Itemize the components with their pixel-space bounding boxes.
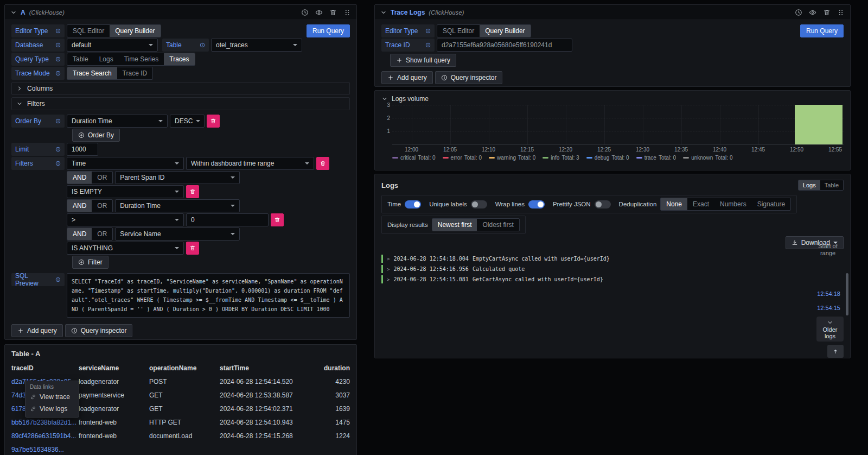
show-full-query-button[interactable]: Show full query (390, 54, 456, 67)
query-inspector-button[interactable]: Query inspector (65, 324, 133, 337)
column-header-traceid[interactable]: traceID (11, 364, 79, 372)
info-icon[interactable] (55, 56, 61, 62)
dedup-signature[interactable]: Signature (752, 198, 790, 210)
range-time-newest[interactable]: 12:54:18 (808, 290, 840, 297)
columns-section-toggle[interactable]: Columns (11, 82, 350, 95)
query-type-time-series[interactable]: Time Series (119, 53, 164, 65)
logs-view-logs[interactable]: Logs (799, 180, 820, 190)
filter-time-field-select[interactable]: Time (67, 157, 184, 170)
trace-mode-trace-search[interactable]: Trace Search (67, 67, 117, 79)
trace-mode-trace-id[interactable]: Trace ID (117, 67, 153, 79)
table-select[interactable]: otel_traces (211, 39, 302, 52)
condition-1-and[interactable]: AND (67, 172, 92, 184)
wrap-lines-toggle[interactable] (528, 200, 545, 208)
info-icon[interactable] (425, 42, 431, 48)
expand-log-chevron-icon[interactable]: > (387, 267, 390, 272)
info-icon[interactable] (425, 28, 431, 34)
legend-item-warning[interactable]: warning Total: 0 (489, 155, 535, 161)
column-header-duration[interactable]: duration (321, 364, 350, 372)
legend-item-trace[interactable]: trace Total: 0 (636, 155, 676, 161)
query-type-traces[interactable]: Traces (164, 53, 194, 65)
info-icon[interactable] (55, 277, 61, 282)
run-query-button[interactable]: Run Query (307, 24, 350, 37)
expand-log-chevron-icon[interactable]: > (387, 277, 390, 282)
logs-scrollbar[interactable] (846, 239, 848, 356)
logs-volume-bar-info[interactable] (795, 105, 843, 144)
oldest-first-option[interactable]: Oldest first (477, 219, 519, 231)
scroll-to-top-button[interactable] (827, 345, 844, 358)
editor-type-query-builder[interactable]: Query Builder (110, 25, 160, 37)
range-time-oldest[interactable]: 12:54:15 (808, 305, 840, 311)
condition-3-field-select[interactable]: Service Name (115, 228, 240, 241)
chart-plot-area[interactable] (392, 105, 844, 145)
query-type-logs[interactable]: Logs (94, 53, 119, 65)
dedup-numbers[interactable]: Numbers (714, 198, 752, 210)
info-icon[interactable] (55, 147, 61, 152)
add-query-button[interactable]: Add query (11, 324, 63, 337)
trace-id-link[interactable]: 89cf4286e631591b4... (11, 432, 79, 440)
older-logs-button[interactable]: Older logs (816, 317, 844, 342)
remove-order-by-button[interactable] (207, 115, 220, 128)
column-header-starttime[interactable]: startTime (220, 364, 321, 372)
time-toggle[interactable] (405, 200, 421, 208)
trace-id-link[interactable]: 9a7be51634836... (11, 446, 79, 453)
collapse-chevron-down-icon[interactable] (380, 9, 387, 16)
query-ref-id[interactable]: A (21, 9, 25, 16)
remove-condition-3-button[interactable] (186, 242, 199, 255)
condition-2-field-select[interactable]: Duration Time (115, 199, 240, 212)
condition-3-or[interactable]: OR (92, 228, 112, 240)
trace-id-link[interactable]: bb5167b238bfa82d1... (11, 419, 79, 426)
drag-handle-icon[interactable] (837, 9, 845, 16)
expand-log-chevron-icon[interactable]: > (387, 256, 390, 262)
query-history-icon[interactable] (795, 9, 802, 16)
logs-volume-section-toggle[interactable]: Logs volume (375, 91, 850, 104)
legend-item-info[interactable]: info Total: 3 (542, 155, 579, 161)
query-type-table[interactable]: Table (67, 53, 94, 65)
condition-2-or[interactable]: OR (92, 200, 112, 212)
editor-type-sql-editor[interactable]: SQL Editor (67, 25, 110, 37)
legend-item-error[interactable]: error Total: 0 (443, 155, 482, 161)
remove-condition-1-button[interactable] (186, 185, 199, 198)
info-icon[interactable] (55, 161, 61, 166)
legend-item-critical[interactable]: critical Total: 0 (392, 155, 436, 161)
condition-1-field-select[interactable]: Parent Span ID (115, 171, 240, 184)
add-filter-button[interactable]: Filter (72, 256, 108, 269)
order-by-direction-select[interactable]: DESC (170, 115, 205, 128)
condition-3-and[interactable]: AND (67, 228, 92, 240)
condition-2-value-input[interactable] (186, 213, 269, 226)
remove-time-filter-button[interactable] (316, 157, 329, 170)
filters-section-toggle[interactable]: Filters (11, 97, 350, 110)
log-row[interactable]: > 2024-06-28 12:54:16.956 Calculated quo… (381, 264, 799, 274)
dedup-exact[interactable]: Exact (687, 198, 714, 210)
view-trace-menu-item[interactable]: View trace (25, 391, 79, 403)
table-panel-title[interactable]: Table - A (5, 345, 356, 362)
add-query-button[interactable]: Add query (381, 71, 433, 84)
logs-view-table[interactable]: Table (820, 180, 843, 190)
newest-first-option[interactable]: Newest first (432, 219, 477, 231)
query-ref-id[interactable]: Trace Logs (391, 9, 425, 16)
remove-query-trash-icon[interactable] (329, 9, 337, 16)
remove-condition-2-button[interactable] (271, 213, 284, 226)
info-icon[interactable] (55, 28, 61, 34)
query-inspector-button[interactable]: Query inspector (435, 71, 503, 84)
add-order-by-button[interactable]: Order By (72, 129, 120, 142)
log-row[interactable]: > 2024-06-28 12:54:15.081 GetCartAsync c… (381, 274, 799, 285)
info-icon[interactable] (55, 118, 61, 124)
condition-3-operator-select[interactable]: IS ANYTHING (67, 242, 184, 255)
drag-handle-icon[interactable] (343, 9, 351, 16)
collapse-chevron-down-icon[interactable] (10, 9, 17, 16)
legend-item-debug[interactable]: debug Total: 0 (586, 155, 629, 161)
condition-2-operator-select[interactable]: > (67, 213, 184, 226)
order-by-field-select[interactable]: Duration Time (67, 115, 168, 128)
info-icon[interactable] (55, 42, 61, 48)
legend-item-unknown[interactable]: unknown Total: 0 (683, 155, 732, 161)
hide-response-eye-icon[interactable] (809, 9, 816, 16)
dedup-none[interactable]: None (661, 198, 687, 210)
unique-labels-toggle[interactable] (471, 200, 487, 208)
scrollbar-thumb[interactable] (846, 273, 848, 315)
run-query-button[interactable]: Run Query (800, 24, 844, 37)
remove-query-trash-icon[interactable] (823, 9, 831, 16)
log-row[interactable]: > 2024-06-28 12:54:18.004 EmptyCartAsync… (381, 254, 799, 264)
prettify-json-toggle[interactable] (595, 200, 611, 208)
filter-time-operator-select[interactable]: Within dashboard time range (186, 157, 314, 170)
